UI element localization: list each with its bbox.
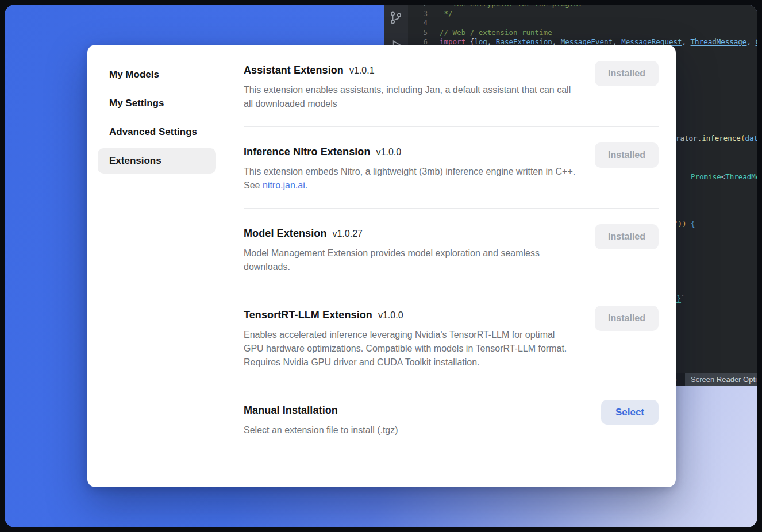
extension-title-line: Assistant Extensionv1.0.1 [244,64,595,76]
extension-row-tensortrt-llm-extension: TensortRT-LLM Extensionv1.0.0Enables acc… [244,290,659,385]
settings-sidebar: My ModelsMy SettingsAdvanced SettingsExt… [87,45,224,487]
code-token [440,18,444,27]
code-token: , [746,37,755,46]
code-token: rator. [676,134,702,142]
extension-version: v1.0.1 [349,65,375,76]
installed-button[interactable]: Installed [595,306,659,331]
code-line: // Web / extension runtime [440,28,757,38]
source-control-icon[interactable] [388,10,403,25]
extension-version: v1.0.27 [333,229,363,239]
extension-title-line: Model Extensionv1.0.27 [244,228,595,240]
extension-description: Model Management Extension provides mode… [244,246,576,274]
extension-version: v1.0.0 [378,310,403,321]
extension-text: Manual InstallationSelect an extension f… [244,404,601,437]
extension-text: Inference Nitro Extensionv1.0.0This exte… [244,146,595,192]
extension-title-line: Manual Installation [244,404,601,417]
extension-name: TensortRT-LLM Extension [244,309,372,321]
line-number: 3 [408,9,428,19]
extension-text: Model Extensionv1.0.27Model Management E… [244,228,595,274]
extension-row-manual-installation: Manual InstallationSelect an extension f… [244,385,659,453]
extension-description: Enables accelerated inference leveraging… [244,328,576,369]
code-token: ` [681,294,686,303]
settings-window: My ModelsMy SettingsAdvanced SettingsExt… [87,45,676,487]
code-token: // Web / extension runtime [440,28,552,37]
extension-row-inference-nitro-extension: Inference Nitro Extensionv1.0.0This exte… [244,127,659,209]
extension-name: Inference Nitro Extension [244,146,371,158]
select-file-button[interactable]: Select [601,400,659,425]
code-token: data [745,134,757,142]
editor-code[interactable]: * The entrypoint for the plugin. */ // W… [440,5,757,47]
code-token: , [682,37,691,46]
extension-title-line: TensortRT-LLM Extensionv1.0.0 [244,309,595,321]
sidebar-item-extensions[interactable]: Extensions [98,148,216,174]
code-token: ThreadMessage [691,37,747,46]
code-line [440,18,757,28]
installed-button[interactable]: Installed [595,61,659,86]
extension-description: This extension enables assistants, inclu… [244,83,576,111]
extension-row-assistant-extension: Assistant Extensionv1.0.1This extension … [244,64,659,127]
code-line: * The entrypoint for the plugin. [440,5,757,9]
code-token: */ [440,9,453,18]
code-fragment: rator.inference(data)); [676,134,757,143]
code-fragment: Promise<ThreadMessage> [691,172,757,182]
code-token: inference [702,134,741,142]
extension-link[interactable]: nitro.jan.ai. [263,180,307,190]
code-token: ThreadMessage [725,172,757,181]
code-token: ContentType [755,37,757,46]
extension-text: Assistant Extensionv1.0.1This extension … [244,64,595,111]
sidebar-item-advanced-settings[interactable]: Advanced Settings [98,119,216,145]
extension-title-line: Inference Nitro Extensionv1.0.0 [244,146,595,158]
extension-description: Select an extension file to install (.tg… [244,423,576,437]
extension-version: v1.0.0 [376,147,402,157]
gradient-background: 23456 * The entrypoint for the plugin. *… [5,5,757,527]
line-number: 2 [408,5,428,9]
extension-name: Model Extension [244,228,327,240]
screenshot-frame: 23456 * The entrypoint for the plugin. *… [0,0,762,532]
code-token: Promise [691,172,721,181]
extension-name: Manual Installation [244,404,338,417]
code-token: * The entrypoint for the plugin. [440,5,582,8]
code-fragment: ")) { [674,219,695,229]
code-token: )) [678,219,687,228]
extension-row-model-extension: Model Extensionv1.0.27Model Management E… [244,209,659,290]
status-screen-reader-item[interactable]: Screen Reader Optimized [685,373,757,386]
sidebar-item-my-settings[interactable]: My Settings [98,91,216,116]
installed-button[interactable]: Installed [595,224,659,249]
extensions-list: Assistant Extensionv1.0.1This extension … [224,45,676,487]
sidebar-item-my-models[interactable]: My Models [98,62,216,87]
line-number: 5 [408,28,428,38]
line-number: 4 [408,18,428,28]
editor-line-numbers: 23456 [408,5,428,47]
installed-button[interactable]: Installed [595,142,659,168]
extension-name: Assistant Extension [244,64,344,76]
code-line: */ [440,9,757,19]
code-token: { [687,219,695,228]
extension-description: This extension embeds Nitro, a lightweig… [244,165,576,192]
extension-text: TensortRT-LLM Extensionv1.0.0Enables acc… [244,309,595,369]
